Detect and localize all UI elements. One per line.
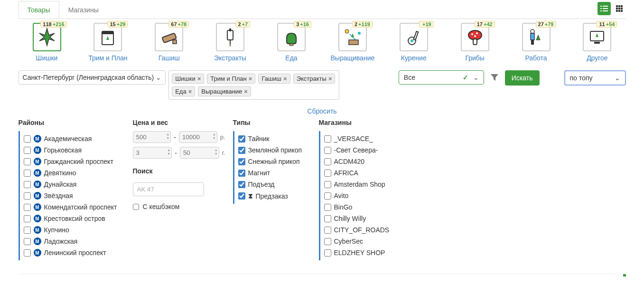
rayon-label: Ладожская <box>44 238 78 245</box>
svg-rect-0 <box>600 6 602 7</box>
chevron-down-icon: ⌄ <box>156 74 161 81</box>
category-5[interactable]: 2+119Выращивание <box>324 23 381 62</box>
sort-dropdown[interactable]: по топу ⌄ <box>564 70 626 86</box>
category-3[interactable]: 2+7Экстракты <box>202 23 259 62</box>
category-4[interactable]: 3+16Еда <box>263 23 320 62</box>
spinner-icon[interactable]: ▲▼ <box>166 133 169 140</box>
reset-link[interactable]: Сбросить <box>19 107 626 115</box>
rayon-item[interactable]: МДевяткино <box>24 167 121 179</box>
tag-remove-icon[interactable]: × <box>244 88 248 95</box>
rayon-item[interactable]: МКомендатский проспект <box>24 201 121 213</box>
rayon-item[interactable]: МЛенинский проспект <box>24 247 121 258</box>
category-2[interactable]: 67+78Гашиш <box>140 23 197 62</box>
shops-column: Магазины _VERSACE_-Свет Севера-ACDM420AF… <box>319 119 626 260</box>
svg-rect-20 <box>229 29 231 31</box>
svg-point-31 <box>476 32 478 34</box>
tab-shops[interactable]: Магазины <box>59 1 108 19</box>
tag-remove-icon[interactable]: × <box>283 75 287 82</box>
category-badge: 2+7 <box>235 21 250 28</box>
category-9[interactable]: 11+54Другое <box>569 23 625 62</box>
category-badge: 2+119 <box>352 21 373 28</box>
unit-price: р. <box>220 133 225 141</box>
tag-remove-icon[interactable]: × <box>197 75 201 82</box>
shop-label: CyberSec <box>334 238 363 245</box>
rayon-item[interactable]: МГражданский проспект <box>24 156 121 167</box>
view-toggles <box>597 2 626 15</box>
rayon-label: Дунайская <box>44 181 77 188</box>
type-item[interactable]: Земляной прикоп <box>238 144 308 156</box>
svg-rect-4 <box>600 10 602 11</box>
type-item[interactable]: Снежный прикоп <box>238 156 308 167</box>
shop-item[interactable]: _VERSACE_ <box>324 133 622 144</box>
rayon-label: Горьковская <box>44 146 82 154</box>
weight-max-input[interactable]: ▲▼ <box>180 147 219 159</box>
shop-item[interactable]: Avito <box>324 190 622 201</box>
type-label: Снежный прикоп <box>248 158 300 165</box>
type-item[interactable]: Подъезд <box>238 179 308 190</box>
city-select[interactable]: Санкт-Петербург (Ленинградская область) … <box>19 70 166 85</box>
weight-min-input[interactable]: ▲▼ <box>133 147 172 159</box>
category-badge: 27+79 <box>536 21 556 28</box>
rayon-item[interactable]: МДунайская <box>24 179 121 190</box>
category-8[interactable]: 27+79Работа <box>508 23 565 62</box>
rayon-label: Крестовксий остров <box>44 215 105 222</box>
cashback-checkbox[interactable]: С кешбэком <box>133 203 225 210</box>
shops-list[interactable]: _VERSACE_-Свет Севера-ACDM420AFRICAAmste… <box>319 131 626 260</box>
category-6[interactable]: +19Курение <box>385 23 442 62</box>
category-label: Грибы <box>465 54 484 62</box>
tag-remove-icon[interactable]: × <box>188 88 192 95</box>
all-dropdown[interactable]: Все ✓ ⌄ <box>399 70 484 85</box>
view-grid-button[interactable] <box>613 2 626 15</box>
shop-item[interactable]: Amsterdam Shop <box>324 179 622 190</box>
spinner-icon[interactable]: ▲▼ <box>215 148 218 156</box>
hourglass-icon: ⧗ <box>248 192 253 200</box>
shop-item[interactable]: Chilly Willy <box>324 213 622 224</box>
type-item[interactable]: Магнит <box>238 167 308 179</box>
category-label: Другое <box>587 54 607 62</box>
type-item[interactable]: ⧗ Предзаказ <box>238 190 308 202</box>
search-input[interactable] <box>133 182 204 196</box>
svg-rect-12 <box>616 10 618 12</box>
metro-icon: М <box>34 203 41 211</box>
search-button[interactable]: Искать <box>505 70 540 86</box>
category-label: Еда <box>285 54 297 62</box>
category-1[interactable]: 15+29Трим и План <box>79 23 136 62</box>
unit-weight: г. <box>222 149 225 156</box>
rayons-list[interactable]: МАкадемическаяМГорьковскаяМГражданский п… <box>19 131 125 260</box>
spinner-icon[interactable]: ▲▼ <box>167 148 170 156</box>
rayon-item[interactable]: МАкадемическая <box>24 133 121 144</box>
metro-icon: М <box>34 192 41 200</box>
grid-icon <box>616 5 623 12</box>
rayon-item[interactable]: МКрестовксий остров <box>24 213 121 224</box>
metro-icon: М <box>34 158 41 165</box>
shop-item[interactable]: CITY_OF_ROADS <box>324 224 622 236</box>
rayon-item[interactable]: МКупчино <box>24 224 121 236</box>
spinner-icon[interactable]: ▲▼ <box>213 133 216 140</box>
shop-item[interactable]: -Свет Севера- <box>324 144 622 156</box>
rayon-item[interactable]: МГорьковская <box>24 144 121 156</box>
category-label: Экстракты <box>214 54 246 62</box>
type-item[interactable]: Тайник <box>238 133 308 144</box>
category-7[interactable]: 17+42Грибы <box>447 23 504 62</box>
price-max-input[interactable]: ▲▼ <box>179 131 217 143</box>
svg-rect-24 <box>349 40 358 45</box>
main-tabs: Товары Магазины <box>19 0 626 19</box>
filter-icon[interactable] <box>487 70 502 85</box>
tag-remove-icon[interactable]: × <box>328 75 332 82</box>
price-min-input[interactable]: ▲▼ <box>133 131 171 143</box>
shop-item[interactable]: ELDZHEY SHOP <box>324 247 622 258</box>
category-0[interactable]: 118+216Шишки <box>19 23 75 62</box>
tag-remove-icon[interactable]: × <box>249 75 252 82</box>
city-select-label: Санкт-Петербург (Ленинградская область) <box>23 74 154 81</box>
rayon-item[interactable]: МЛадожская <box>24 236 121 247</box>
rayon-item[interactable]: МЗвёздная <box>24 190 121 201</box>
types-list: ТайникЗемляной прикопСнежный прикопМагни… <box>233 131 311 204</box>
tab-products[interactable]: Товары <box>19 1 59 19</box>
shop-item[interactable]: ACDM420 <box>324 156 622 167</box>
shop-item[interactable]: CyberSec <box>324 236 622 247</box>
svg-rect-37 <box>532 40 534 45</box>
category-label: Работа <box>525 54 547 62</box>
view-list-button[interactable] <box>597 2 611 15</box>
shop-item[interactable]: AFRICA <box>324 167 622 179</box>
shop-item[interactable]: BinGo <box>324 201 622 213</box>
